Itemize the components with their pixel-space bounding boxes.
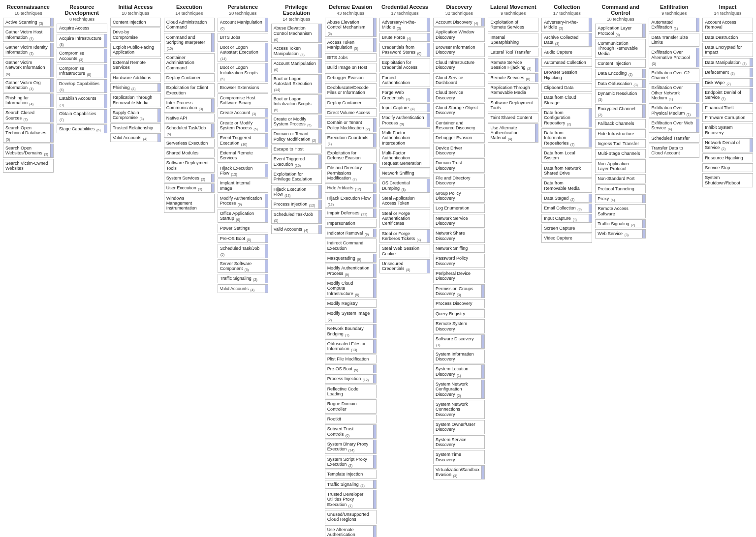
- expand-tab-icon[interactable]: [642, 220, 645, 228]
- technique-cell[interactable]: Hijack Execution Flow (13): [325, 194, 377, 208]
- technique-cell[interactable]: Active Scanning (3): [3, 18, 54, 27]
- technique-cell[interactable]: Boot or Logon Initialization Scripts (5): [218, 63, 268, 82]
- expand-tab-icon[interactable]: [373, 526, 376, 537]
- technique-cell[interactable]: Exfiltration Over Web Service (4): [649, 119, 699, 133]
- expand-tab-icon[interactable]: [696, 18, 699, 31]
- technique-cell[interactable]: Cloud Infrastructure Discovery: [433, 58, 485, 72]
- technique-cell[interactable]: Process Discovery: [433, 299, 485, 308]
- expand-tab-icon[interactable]: [427, 104, 430, 112]
- technique-cell[interactable]: Container Administration Command: [164, 53, 215, 72]
- technique-cell[interactable]: Defacement (2): [702, 68, 753, 77]
- technique-cell[interactable]: Windows Management Instrumentation: [164, 194, 215, 213]
- technique-cell[interactable]: Steal Application Access Token: [379, 194, 430, 208]
- technique-cell[interactable]: Non-Standard Port: [595, 174, 646, 183]
- technique-cell[interactable]: Abuse Elevation Control Mechanism (6): [325, 18, 377, 37]
- tactic-header[interactable]: Resource Development8 techniques: [56, 2, 108, 23]
- expand-tab-icon[interactable]: [265, 109, 268, 117]
- technique-cell[interactable]: Search Victim-Owned Websites: [3, 159, 54, 173]
- expand-tab-icon[interactable]: [373, 490, 376, 508]
- expand-tab-icon[interactable]: [318, 60, 321, 73]
- technique-cell[interactable]: System Network Connections Discovery: [433, 400, 485, 419]
- technique-cell[interactable]: Search Open Websites/Domains (3): [3, 144, 54, 158]
- technique-cell[interactable]: Endpoint Denial of Service (4): [702, 88, 753, 102]
- expand-tab-icon[interactable]: [373, 134, 376, 147]
- technique-cell[interactable]: Phishing for Information (4): [3, 93, 54, 108]
- technique-cell[interactable]: Domain or Tenant Policy Modification (2): [271, 129, 322, 144]
- technique-cell[interactable]: Exploitation for Privilege Escalation: [271, 170, 322, 184]
- expand-tab-icon[interactable]: [318, 130, 321, 143]
- technique-cell[interactable]: Modify Cloud Compute Infrastructure (5): [325, 279, 377, 298]
- technique-cell[interactable]: Create or Modify System Process (5): [218, 119, 268, 133]
- technique-cell[interactable]: User Execution (3): [164, 183, 215, 192]
- technique-cell[interactable]: External Remote Services: [218, 149, 268, 163]
- expand-tab-icon[interactable]: [104, 110, 107, 123]
- technique-cell[interactable]: Establish Accounts (3): [57, 94, 107, 108]
- technique-cell[interactable]: Content Injection: [110, 18, 161, 27]
- expand-tab-icon[interactable]: [50, 59, 53, 77]
- technique-cell[interactable]: Native API: [164, 114, 215, 122]
- technique-cell[interactable]: Deobfuscate/Decode Files or Information: [325, 83, 377, 97]
- technique-cell[interactable]: Content Injection: [595, 59, 646, 68]
- technique-cell[interactable]: Data from Local System: [541, 149, 592, 163]
- expand-tab-icon[interactable]: [750, 79, 753, 87]
- technique-cell[interactable]: Account Access Removal: [702, 18, 753, 32]
- expand-tab-icon[interactable]: [373, 455, 376, 469]
- expand-tab-icon[interactable]: [373, 229, 376, 237]
- technique-cell[interactable]: Data from Configuration Repository (2): [541, 108, 592, 127]
- tactic-header[interactable]: Persistence20 techniques: [217, 2, 269, 17]
- technique-cell[interactable]: Replication Through Removable Media: [488, 83, 538, 97]
- tactic-header[interactable]: Defense Evasion43 techniques: [324, 2, 378, 17]
- tactic-header[interactable]: Privilege Escalation14 techniques: [270, 2, 323, 23]
- tactic-header[interactable]: Exfiltration9 techniques: [648, 2, 700, 17]
- expand-tab-icon[interactable]: [318, 210, 321, 224]
- technique-cell[interactable]: Exploitation for Client Execution: [164, 83, 215, 97]
- technique-cell[interactable]: Data from Information Repositories (3): [541, 128, 592, 148]
- technique-cell[interactable]: Modify Registry: [325, 299, 377, 308]
- expand-tab-icon[interactable]: [104, 80, 107, 93]
- technique-cell[interactable]: Browser Extensions: [218, 83, 268, 92]
- technique-cell[interactable]: Network Sniffing: [379, 169, 430, 178]
- technique-cell[interactable]: Email Collection (3): [541, 204, 592, 212]
- technique-cell[interactable]: Escape to Host: [271, 145, 322, 153]
- expand-tab-icon[interactable]: [642, 69, 645, 77]
- expand-tab-icon[interactable]: [318, 185, 321, 199]
- expand-tab-icon[interactable]: [750, 139, 753, 152]
- technique-cell[interactable]: Obtain Capabilities (7): [57, 109, 107, 123]
- technique-cell[interactable]: Unsecured Credentials (8): [379, 259, 430, 273]
- expand-tab-icon[interactable]: [589, 129, 592, 147]
- technique-cell[interactable]: Compromise Infrastructure (8): [57, 64, 107, 78]
- technique-cell[interactable]: Cloud Service Discovery: [433, 88, 485, 102]
- technique-cell[interactable]: Command and Scripting Interpreter (10): [164, 33, 215, 52]
- technique-cell[interactable]: Exploitation for Defense Evasion: [325, 149, 377, 163]
- technique-cell[interactable]: Exfiltration Over Physical Medium (1): [649, 103, 699, 118]
- technique-cell[interactable]: Indirect Command Execution: [325, 239, 377, 253]
- technique-cell[interactable]: Remote Services (8): [488, 73, 538, 82]
- technique-cell[interactable]: Software Discovery (1): [433, 334, 485, 349]
- technique-cell[interactable]: Scheduled Task/Job (5): [271, 210, 322, 224]
- expand-tab-icon[interactable]: [589, 109, 592, 127]
- expand-tab-icon[interactable]: [642, 105, 645, 118]
- expand-tab-icon[interactable]: [373, 254, 376, 262]
- technique-cell[interactable]: BITS Jobs: [218, 33, 268, 42]
- expand-tab-icon[interactable]: [318, 75, 321, 93]
- tactic-header[interactable]: Collection17 techniques: [540, 2, 593, 17]
- expand-tab-icon[interactable]: [318, 24, 321, 42]
- technique-cell[interactable]: External Remote Services: [110, 58, 161, 72]
- technique-cell[interactable]: Pre-OS Boot (5): [218, 234, 268, 243]
- expand-tab-icon[interactable]: [318, 225, 321, 233]
- expand-tab-icon[interactable]: [50, 144, 53, 157]
- expand-tab-icon[interactable]: [265, 134, 268, 147]
- expand-tab-icon[interactable]: [158, 84, 160, 91]
- expand-tab-icon[interactable]: [427, 114, 430, 127]
- technique-cell[interactable]: Acquire Infrastructure (8): [57, 34, 107, 48]
- expand-tab-icon[interactable]: [50, 18, 53, 26]
- expand-tab-icon[interactable]: [211, 184, 214, 192]
- technique-cell[interactable]: Implant Internal Image: [218, 179, 268, 193]
- expand-tab-icon[interactable]: [318, 115, 321, 128]
- technique-cell[interactable]: Phishing (4): [110, 83, 161, 92]
- expand-tab-icon[interactable]: [696, 119, 699, 132]
- technique-cell[interactable]: Gather Victim Network Information (6): [3, 58, 54, 77]
- expand-tab-icon[interactable]: [642, 24, 645, 37]
- technique-cell[interactable]: Exploitation of Remote Services: [488, 18, 538, 32]
- tactic-header[interactable]: Initial Access10 techniques: [109, 2, 162, 17]
